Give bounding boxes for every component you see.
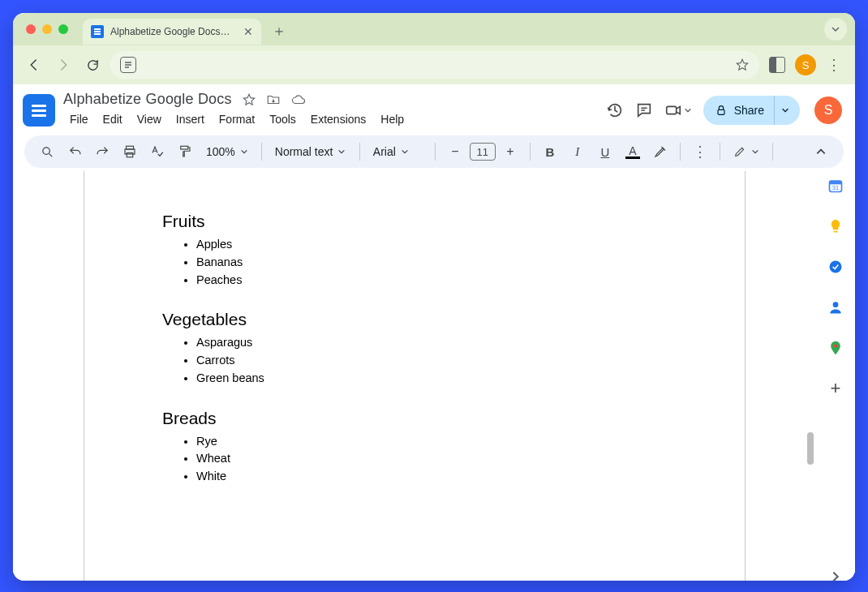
browser-menu-button[interactable]: ⋮ bbox=[823, 54, 845, 76]
list-item[interactable]: Asparagus bbox=[196, 334, 667, 352]
page[interactable]: FruitsApplesBananasPeachesVegetablesAspa… bbox=[84, 171, 746, 581]
browser-profile-avatar[interactable]: S bbox=[795, 54, 816, 75]
collapse-toolbar-button[interactable] bbox=[810, 140, 832, 163]
document-canvas[interactable]: FruitsApplesBananasPeachesVegetablesAspa… bbox=[13, 168, 816, 581]
svg-point-2 bbox=[42, 147, 49, 154]
list-item[interactable]: Bananas bbox=[196, 254, 667, 272]
panel-toggle-button[interactable] bbox=[766, 54, 789, 76]
svg-point-13 bbox=[834, 344, 837, 347]
document-title[interactable]: Alphabetize Google Docs bbox=[63, 91, 232, 108]
tab-overflow-button[interactable] bbox=[824, 18, 847, 41]
close-tab-button[interactable]: ✕ bbox=[243, 26, 253, 37]
meet-button[interactable] bbox=[664, 101, 692, 119]
back-button[interactable] bbox=[23, 54, 45, 76]
spellcheck-button[interactable] bbox=[146, 140, 169, 163]
reload-button[interactable] bbox=[81, 54, 104, 76]
menu-help[interactable]: Help bbox=[374, 109, 410, 129]
italic-button[interactable]: I bbox=[566, 140, 589, 163]
zoom-dropdown[interactable]: 100% bbox=[201, 145, 253, 158]
redo-button[interactable] bbox=[91, 140, 114, 163]
share-button[interactable]: Share bbox=[703, 96, 800, 125]
list-item[interactable]: Carrots bbox=[196, 352, 667, 370]
increase-fontsize-button[interactable]: + bbox=[499, 140, 522, 163]
separator bbox=[720, 143, 720, 161]
docs-header: Alphabetize Google Docs File Edit View bbox=[13, 84, 855, 129]
bullet-list[interactable]: RyeWheatWhite bbox=[162, 433, 667, 486]
paragraph-style-dropdown[interactable]: Normal text bbox=[270, 145, 351, 158]
undo-button[interactable] bbox=[63, 140, 86, 163]
add-app-button[interactable]: + bbox=[827, 380, 844, 397]
chevron-down-icon bbox=[751, 148, 759, 156]
comments-button[interactable] bbox=[635, 101, 653, 119]
menu-view[interactable]: View bbox=[131, 109, 168, 129]
paint-format-button[interactable] bbox=[174, 140, 196, 163]
bookmark-star-icon[interactable] bbox=[735, 58, 750, 72]
editing-mode-dropdown[interactable] bbox=[728, 145, 764, 158]
search-menus-button[interactable] bbox=[36, 140, 58, 163]
list-item[interactable]: Rye bbox=[196, 433, 667, 451]
maximize-window-button[interactable] bbox=[58, 24, 68, 34]
highlight-button[interactable] bbox=[649, 140, 672, 163]
site-settings-icon[interactable] bbox=[120, 57, 136, 73]
underline-button[interactable]: U bbox=[594, 140, 617, 163]
contacts-icon[interactable] bbox=[827, 299, 844, 315]
font-family-dropdown[interactable]: Arial bbox=[368, 145, 427, 158]
separator bbox=[261, 143, 262, 161]
calendar-icon[interactable]: 31 bbox=[827, 178, 844, 194]
list-item[interactable]: Green beans bbox=[196, 370, 667, 388]
close-window-button[interactable] bbox=[26, 24, 36, 34]
share-dropdown-button[interactable] bbox=[774, 96, 795, 125]
zoom-value: 100% bbox=[206, 145, 235, 158]
menu-edit[interactable]: Edit bbox=[97, 109, 129, 129]
text-color-button[interactable]: A bbox=[621, 140, 644, 163]
chevron-down-icon bbox=[401, 148, 409, 156]
bullet-list[interactable]: ApplesBananasPeaches bbox=[162, 236, 667, 289]
expand-sidepanel-button[interactable] bbox=[829, 570, 842, 581]
more-formatting-button[interactable]: ⋮ bbox=[689, 140, 711, 163]
svg-text:31: 31 bbox=[832, 184, 839, 191]
section-heading[interactable]: Vegetables bbox=[162, 310, 667, 329]
menu-extensions[interactable]: Extensions bbox=[304, 109, 372, 129]
move-document-button[interactable] bbox=[266, 92, 281, 107]
menu-file[interactable]: File bbox=[63, 109, 95, 129]
section-heading[interactable]: Fruits bbox=[162, 212, 667, 231]
history-button[interactable] bbox=[606, 101, 624, 119]
keep-icon[interactable] bbox=[827, 218, 844, 234]
browser-tab[interactable]: Alphabetize Google Docs - G ✕ bbox=[83, 19, 261, 45]
separator bbox=[530, 143, 531, 161]
svg-rect-5 bbox=[127, 153, 133, 157]
svg-rect-0 bbox=[666, 106, 676, 114]
menu-tools[interactable]: Tools bbox=[263, 109, 303, 129]
menu-insert[interactable]: Insert bbox=[170, 109, 211, 129]
list-item[interactable]: Peaches bbox=[196, 272, 667, 290]
section-heading[interactable]: Breads bbox=[162, 409, 667, 428]
forward-button[interactable] bbox=[52, 54, 75, 76]
list-item[interactable]: Wheat bbox=[196, 450, 667, 468]
tab-strip: Alphabetize Google Docs - G ✕ ＋ bbox=[13, 13, 855, 45]
maps-icon[interactable] bbox=[827, 340, 844, 356]
fontsize-input[interactable]: 11 bbox=[470, 143, 496, 161]
pencil-icon bbox=[733, 145, 746, 158]
bold-button[interactable]: B bbox=[539, 140, 561, 163]
list-item[interactable]: White bbox=[196, 468, 667, 486]
new-tab-button[interactable]: ＋ bbox=[268, 19, 290, 42]
avatar-letter: S bbox=[802, 59, 810, 71]
docs-logo-icon[interactable] bbox=[23, 94, 55, 127]
list-item[interactable]: Apples bbox=[196, 236, 667, 254]
svg-rect-1 bbox=[718, 109, 724, 114]
print-button[interactable] bbox=[118, 140, 141, 163]
browser-window: Alphabetize Google Docs - G ✕ ＋ bbox=[13, 13, 855, 581]
cloud-status-icon[interactable] bbox=[290, 92, 307, 107]
menu-bar: File Edit View Insert Format Tools Exten… bbox=[63, 109, 598, 129]
account-avatar[interactable]: S bbox=[814, 97, 842, 124]
decrease-fontsize-button[interactable]: − bbox=[444, 140, 466, 163]
bullet-list[interactable]: AsparagusCarrotsGreen beans bbox=[162, 334, 667, 387]
minimize-window-button[interactable] bbox=[42, 24, 52, 34]
address-field[interactable] bbox=[110, 51, 759, 79]
star-document-button[interactable] bbox=[242, 92, 256, 107]
google-docs-app: Alphabetize Google Docs File Edit View bbox=[13, 84, 855, 581]
tasks-icon[interactable] bbox=[827, 259, 844, 275]
menu-format[interactable]: Format bbox=[213, 109, 261, 129]
avatar-letter: S bbox=[824, 103, 833, 118]
scrollbar-thumb[interactable] bbox=[807, 432, 814, 465]
